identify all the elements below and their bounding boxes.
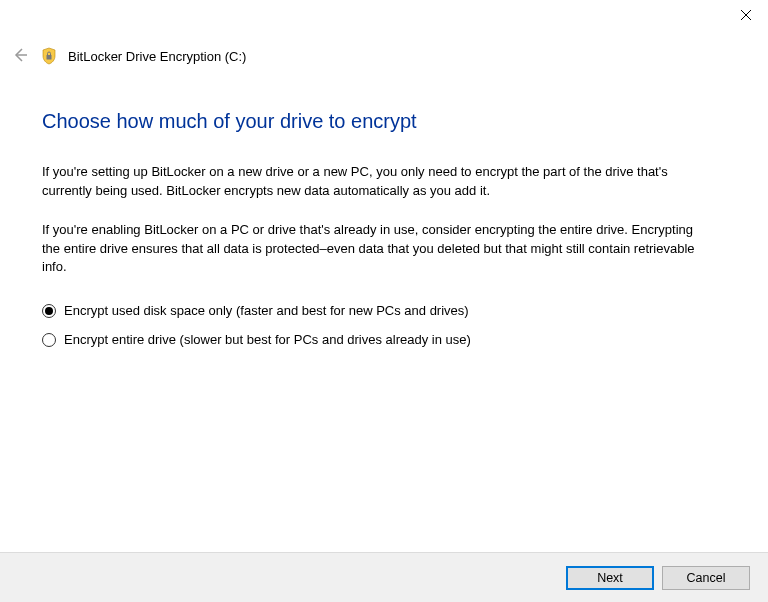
bitlocker-shield-icon — [40, 47, 58, 65]
svg-rect-3 — [47, 55, 52, 60]
encryption-options: Encrypt used disk space only (faster and… — [42, 303, 730, 347]
next-button[interactable]: Next — [566, 566, 654, 590]
wizard-footer: Next Cancel — [0, 552, 768, 602]
titlebar — [0, 0, 768, 32]
close-icon — [740, 9, 752, 24]
paragraph-2: If you're enabling BitLocker on a PC or … — [42, 221, 702, 278]
wizard-header: BitLocker Drive Encryption (C:) — [0, 32, 768, 66]
close-button[interactable] — [736, 6, 756, 26]
page-heading: Choose how much of your drive to encrypt — [42, 110, 730, 133]
cancel-button[interactable]: Cancel — [662, 566, 750, 590]
paragraph-1: If you're setting up BitLocker on a new … — [42, 163, 702, 201]
option-encrypt-entire-drive[interactable]: Encrypt entire drive (slower but best fo… — [42, 332, 730, 347]
option-label: Encrypt used disk space only (faster and… — [64, 303, 469, 318]
back-arrow-icon — [12, 47, 28, 66]
content-area: Choose how much of your drive to encrypt… — [0, 66, 768, 347]
radio-icon — [42, 333, 56, 347]
option-label: Encrypt entire drive (slower but best fo… — [64, 332, 471, 347]
back-button[interactable] — [10, 46, 30, 66]
option-encrypt-used-space[interactable]: Encrypt used disk space only (faster and… — [42, 303, 730, 318]
radio-icon — [42, 304, 56, 318]
window-title: BitLocker Drive Encryption (C:) — [68, 49, 246, 64]
